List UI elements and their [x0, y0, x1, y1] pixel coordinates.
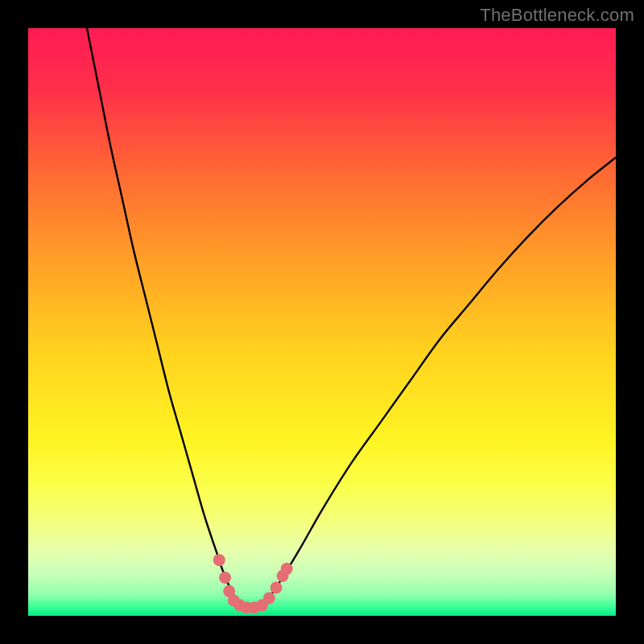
chart-frame: TheBottleneck.com	[0, 0, 644, 644]
highlight-dot	[263, 592, 275, 605]
highlight-dot	[270, 581, 283, 593]
curve-layer	[28, 28, 616, 616]
watermark-text: TheBottleneck.com	[480, 5, 634, 26]
highlight-dot	[213, 554, 225, 566]
bottleneck-curve	[87, 28, 616, 610]
plot-area	[28, 28, 616, 616]
good-zone-marker	[213, 554, 293, 613]
highlight-dot	[281, 563, 293, 575]
highlight-dot	[219, 572, 231, 584]
